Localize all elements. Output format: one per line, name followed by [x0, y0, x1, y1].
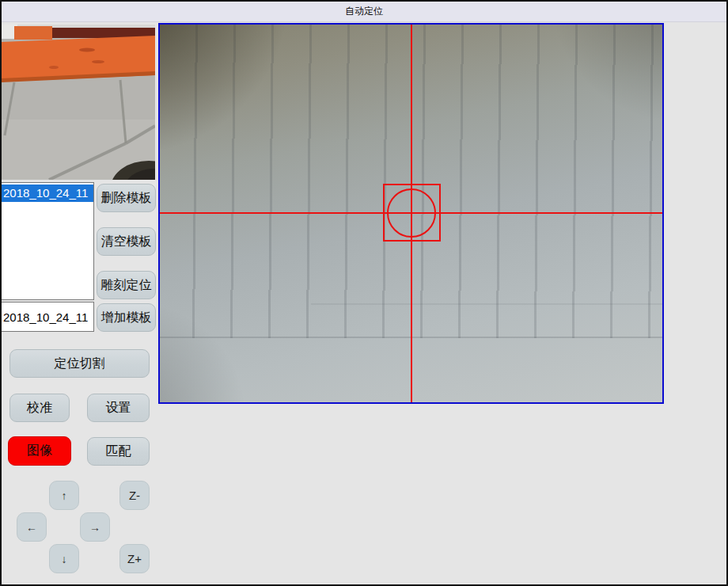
match-button[interactable]: 匹配 [87, 437, 150, 466]
jog-left-button[interactable]: ← [17, 512, 47, 542]
delete-template-button[interactable]: 删除模板 [97, 184, 156, 212]
settings-button[interactable]: 设置 [87, 394, 150, 422]
add-template-button[interactable]: 增加模板 [97, 303, 156, 332]
title-bar: 自动定位 [2, 2, 726, 22]
camera-view[interactable] [158, 23, 664, 404]
window-title: 自动定位 [345, 5, 383, 18]
clear-templates-button[interactable]: 清空模板 [97, 227, 156, 256]
template-name-input[interactable] [1, 302, 94, 332]
template-list-item[interactable]: 2018_10_24_11 [2, 185, 93, 202]
right-arrow-icon: → [89, 521, 100, 534]
position-cut-button[interactable]: 定位切割 [9, 349, 150, 378]
target-circle-overlay [387, 188, 436, 238]
calibrate-button[interactable]: 校准 [9, 394, 70, 422]
down-arrow-icon: ↓ [62, 553, 67, 565]
engrave-position-button[interactable]: 雕刻定位 [97, 271, 156, 299]
jog-up-button[interactable]: ↑ [49, 481, 79, 510]
left-arrow-icon: ← [26, 521, 37, 534]
jog-right-button[interactable]: → [80, 512, 110, 542]
up-arrow-icon: ↑ [62, 489, 67, 502]
jog-z-plus-button[interactable]: Z+ [119, 544, 150, 573]
template-thumbnail [2, 25, 155, 180]
jog-down-button[interactable]: ↓ [49, 544, 79, 573]
image-button-active[interactable]: 图像 [8, 436, 71, 466]
template-list[interactable]: 2018_10_24_11 [1, 182, 94, 300]
thumbnail-image [2, 25, 155, 180]
jog-z-minus-button[interactable]: Z- [119, 481, 150, 510]
camera-feed [160, 25, 662, 402]
